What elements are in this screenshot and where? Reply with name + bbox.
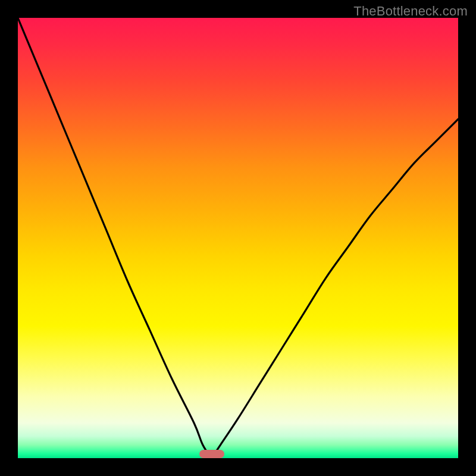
watermark-text: TheBottleneck.com: [353, 4, 468, 19]
plot-area: [18, 18, 458, 458]
bottleneck-curve: [18, 18, 458, 458]
chart-frame: TheBottleneck.com: [0, 0, 476, 476]
curve-path: [18, 18, 458, 458]
optimum-marker: [199, 450, 224, 458]
